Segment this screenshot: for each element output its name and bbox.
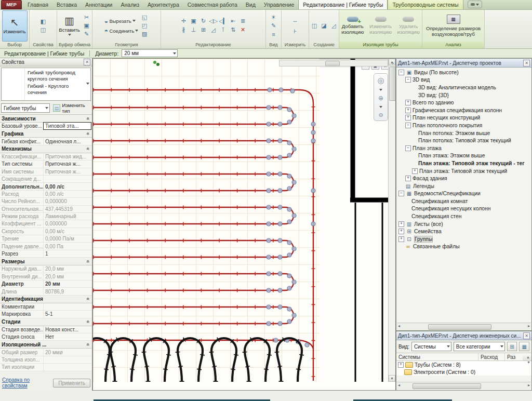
tree-item[interactable]: +▥Листы (все) (396, 220, 531, 228)
property-value[interactable]: 80786,9 (44, 288, 92, 295)
apply-button[interactable]: Применить (53, 379, 90, 387)
chevron-down-icon[interactable] (379, 89, 382, 91)
array-icon[interactable]: ⊞ (199, 26, 208, 34)
tree-item[interactable]: +⊡Группы (396, 235, 531, 243)
tree-item[interactable]: −▣Виды (По высоте) (396, 69, 531, 76)
scroll-up-icon[interactable]: ▲ (523, 353, 531, 360)
ribbon-tab[interactable]: Вид (242, 0, 260, 9)
property-value[interactable]: Нет (44, 333, 92, 340)
property-value[interactable]: 0,0000 Па/м (44, 235, 92, 242)
override-graphics-icon[interactable]: ✎ (269, 22, 278, 30)
column-systems[interactable]: Системы (396, 353, 478, 360)
panel-label-clipboard[interactable]: Буфер обмена (57, 42, 92, 48)
tree-expander-icon[interactable]: + (412, 168, 418, 174)
ribbon-tab[interactable]: Вставка (52, 0, 81, 9)
ribbon-tab[interactable]: Управление (260, 0, 298, 9)
panel-label-view[interactable]: Вид (266, 42, 281, 48)
property-value[interactable] (44, 303, 92, 310)
dimension-icon[interactable]: ⊦ (291, 28, 300, 35)
edit-type-button[interactable]: ◫ Изменить тип (51, 103, 91, 113)
property-value[interactable]: 0,000000 (44, 198, 92, 205)
tree-item[interactable]: −План потолочного покрытия (396, 122, 531, 129)
scroll-left-icon[interactable]: ◂ (398, 383, 400, 387)
edit-insulation-button[interactable]: Изменить изоляцию (368, 10, 393, 42)
column-settings-icon[interactable]: ▦ (519, 342, 529, 351)
scroll-right-icon[interactable]: ▸ (528, 324, 530, 328)
panel-label-select[interactable]: Выбор (0, 42, 29, 48)
property-value[interactable]: Новая конст... (44, 326, 92, 333)
panel-label-measure[interactable]: Измерить (282, 42, 309, 48)
move-icon[interactable]: ✛ (179, 17, 188, 25)
property-value[interactable]: 1 (44, 250, 92, 257)
system-horizontal-scrollbar[interactable]: ◂ ▸ (397, 382, 531, 389)
property-section-header[interactable]: Механизмы« (0, 145, 92, 153)
column-flow[interactable]: Расход (478, 353, 505, 360)
tree-expander-icon[interactable]: + (398, 229, 404, 234)
copy-element-icon[interactable]: ▣ (189, 17, 198, 25)
property-value[interactable]: 0,00 м/с (44, 228, 92, 235)
cut-geometry-button[interactable]: ◒ Вырезать (104, 18, 139, 24)
app-menu-button[interactable]: МЕР (1, 0, 22, 9)
measure-icon[interactable]: ↔ (291, 17, 300, 24)
property-section-header[interactable]: Размеры« (0, 258, 92, 265)
property-value[interactable]: Приточная ж... (44, 161, 92, 167)
ribbon-tab[interactable]: Аннотации (81, 0, 117, 9)
tree-expander-icon[interactable]: + (405, 100, 411, 105)
join-geometry-button[interactable]: ◓ Соединить (104, 28, 139, 34)
tree-item[interactable]: План этажа: Типовой этаж текущий - тег (396, 159, 531, 167)
filter-select[interactable]: Гибкие трубы (1, 103, 50, 113)
close-icon[interactable]: ✕ (523, 332, 530, 339)
panel-label-pipe-insulation[interactable]: Изоляция трубы (339, 42, 422, 48)
property-value[interactable]: 5-1 (44, 311, 92, 317)
mirror-icon[interactable]: ◁▷ (209, 17, 218, 25)
tree-expander-icon[interactable]: + (405, 176, 411, 181)
ribbon-tab[interactable]: Главная (23, 0, 52, 9)
type-selector[interactable]: Гибкий трубопровод круглого сечения Гибк… (1, 68, 91, 101)
modify-button[interactable]: ↖ Изменить (2, 10, 28, 42)
panel-label-properties[interactable]: Свойства (30, 42, 57, 48)
chevron-down-icon[interactable] (379, 106, 382, 108)
property-section-header[interactable]: Зависимости« (0, 115, 92, 123)
tree-expander-icon[interactable]: + (405, 108, 411, 113)
tree-item[interactable]: 3D вид: {3D} (396, 91, 531, 99)
property-value[interactable]: 20,0 мм (44, 265, 92, 272)
tree-item[interactable]: 3D вид: Аналитическая модель (396, 84, 531, 91)
property-value[interactable]: 437,445319 (44, 206, 92, 212)
canvas-horizontal-scrollbar[interactable] (279, 60, 388, 66)
add-insulation-button[interactable]: + Добавить изоляцию (340, 10, 365, 42)
tree-expander-icon[interactable]: − (405, 123, 411, 128)
properties-palette-icon[interactable]: ◧ (39, 18, 48, 25)
property-section-header[interactable]: Стадии« (0, 318, 92, 326)
canvas-vertical-scrollbar[interactable]: ▲ ▼ (388, 59, 395, 382)
panel-label-analysis[interactable]: Анализ (422, 42, 484, 48)
scrollbar-thumb[interactable] (325, 61, 340, 66)
property-value[interactable]: 0,000000 (44, 220, 92, 227)
tree-expander-icon[interactable]: + (398, 362, 404, 368)
panel-label-create[interactable]: Создание (309, 42, 339, 48)
tree-item[interactable]: +Графическая спецификация колонн (396, 106, 531, 114)
property-value[interactable]: 20 ммø (44, 349, 92, 355)
property-value[interactable]: 20 мм (44, 280, 92, 287)
offset-icon[interactable]: ≣ (238, 17, 247, 25)
property-value[interactable]: 20,0 мм (44, 273, 92, 280)
tree-item[interactable]: Спецификация несущих колонн (396, 205, 531, 213)
thin-lines-icon[interactable]: ≡ (269, 30, 278, 38)
delete-insulation-button[interactable]: Удалить изоляцию (396, 10, 421, 42)
scroll-right-icon[interactable]: › (392, 60, 394, 66)
property-value[interactable]: Приточная жид... (44, 153, 92, 160)
property-value[interactable]: 0,00 Па (44, 243, 92, 249)
tree-item[interactable]: +Всего по зданию (396, 99, 531, 106)
navbar-collapse-icon[interactable]: ⊖ (378, 112, 383, 118)
pipe-layout-drawing[interactable] (93, 59, 396, 382)
scroll-right-icon[interactable]: ▸ (528, 383, 530, 387)
property-value[interactable] (44, 176, 92, 182)
tree-item[interactable]: −План этажа (396, 144, 531, 152)
delete-icon[interactable]: ✕ (238, 26, 247, 34)
steering-wheel-icon[interactable]: ◎ (377, 76, 384, 85)
property-value[interactable]: Типовой эта... (43, 122, 91, 130)
property-section-header[interactable]: Изоляционный ...« (0, 341, 92, 349)
systems-filter-select[interactable]: Системы (411, 342, 451, 351)
create-similar-icon[interactable]: ◪ (320, 22, 328, 30)
panel-label-edit[interactable]: Редактирование (161, 42, 265, 48)
tree-item[interactable]: +Фасад здания (396, 175, 531, 182)
